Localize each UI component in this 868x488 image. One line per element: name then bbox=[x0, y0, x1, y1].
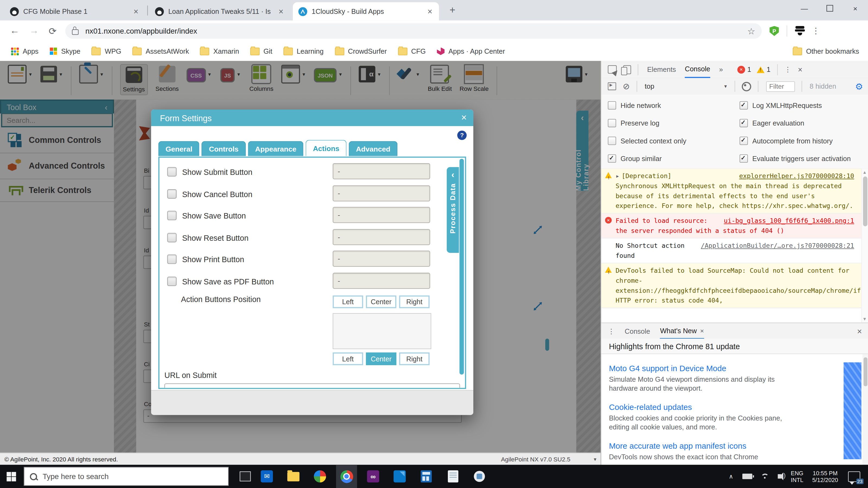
hide-network-checkbox[interactable]: Hide network bbox=[608, 101, 661, 109]
drawer-tab-whats-new[interactable]: What's New× bbox=[660, 323, 704, 339]
bookmark-app-center[interactable]: Apps · App Center bbox=[437, 47, 505, 55]
volume-icon[interactable] bbox=[777, 474, 781, 479]
devtools-tab-elements[interactable]: Elements bbox=[647, 61, 676, 78]
scrollbar-thumb[interactable] bbox=[863, 176, 867, 226]
tab-close-icon[interactable]: × bbox=[426, 7, 433, 16]
drawer-close-icon[interactable]: × bbox=[857, 326, 862, 336]
bookmark-folder-crowdsurfer[interactable]: CrowdSurfer bbox=[335, 47, 387, 55]
clock[interactable]: 10:55 PM5/12/2020 bbox=[812, 470, 838, 483]
vpn-extension-icon[interactable]: P bbox=[770, 26, 779, 36]
show-submit-checkbox[interactable] bbox=[167, 167, 177, 176]
cancel-label-input[interactable]: - bbox=[333, 186, 430, 201]
adblock-extension-icon[interactable] bbox=[795, 26, 805, 36]
bookmark-folder-wpg[interactable]: WPG bbox=[91, 47, 121, 55]
reload-icon[interactable]: ⟳ bbox=[49, 25, 57, 37]
tab-appearance[interactable]: Appearance bbox=[248, 141, 304, 156]
battery-icon[interactable] bbox=[742, 474, 752, 479]
reset-label-input[interactable]: - bbox=[333, 229, 430, 245]
group-similar-checkbox[interactable]: Group similar bbox=[608, 154, 662, 163]
show-print-checkbox[interactable] bbox=[167, 255, 177, 264]
bookmark-folder-xamarin[interactable]: Xamarin bbox=[200, 47, 239, 55]
status-scroll-icon[interactable]: ▼ bbox=[593, 457, 597, 462]
bookmark-apps[interactable]: Apps bbox=[11, 47, 38, 55]
browser-tab-1[interactable]: CFG Mobile Phase 1 × bbox=[4, 2, 145, 20]
show-save-checkbox[interactable] bbox=[167, 211, 177, 220]
console-warning-message[interactable]: explorerHelper.js?070000028:10 ▸[Depreca… bbox=[601, 169, 868, 214]
taskbar-photos-icon[interactable] bbox=[310, 465, 331, 488]
console-info-message[interactable]: /ApplicationBuilder/…ore.js?070000028:21… bbox=[601, 238, 868, 263]
other-bookmarks[interactable]: Other bookmarks bbox=[793, 47, 859, 55]
window-close-button[interactable]: × bbox=[842, 0, 868, 17]
notification-center-icon[interactable]: 23 bbox=[848, 471, 860, 482]
tab-advanced[interactable]: Advanced bbox=[349, 141, 398, 156]
user-activation-checkbox[interactable]: Evaluate triggers user activation bbox=[740, 154, 851, 163]
show-save-pdf-checkbox[interactable] bbox=[167, 276, 177, 286]
devtools-menu-icon[interactable]: ⋮ bbox=[784, 65, 792, 74]
scrollbar-thumb[interactable] bbox=[864, 357, 867, 386]
taskbar-mail-icon[interactable]: ✉ bbox=[256, 465, 278, 488]
bookmark-folder-learning[interactable]: Learning bbox=[283, 47, 323, 55]
console-filter-input[interactable]: Filter bbox=[766, 81, 795, 92]
console-error-message[interactable]: × ui-bg_glass_100_f6f6f6_1x400.png:1 Fai… bbox=[601, 214, 868, 238]
expand-icon[interactable]: ▸ bbox=[616, 172, 619, 180]
taskbar-search-input[interactable]: Type here to search bbox=[24, 467, 229, 486]
position-center-button-top[interactable]: Center bbox=[366, 295, 396, 308]
print-label-input[interactable]: - bbox=[333, 251, 430, 266]
help-icon[interactable]: ? bbox=[457, 131, 467, 140]
taskbar-vscode-icon[interactable] bbox=[389, 465, 410, 488]
show-cancel-checkbox[interactable] bbox=[167, 189, 177, 199]
whats-new-link-manifest[interactable]: More accurate web app manifest icons bbox=[609, 442, 746, 451]
url-on-submit-input[interactable] bbox=[164, 383, 460, 389]
dialog-close-icon[interactable]: × bbox=[461, 112, 467, 123]
device-toolbar-icon[interactable] bbox=[623, 65, 631, 74]
browser-tab-active[interactable]: 1CloudSky - Build Apps × bbox=[293, 2, 439, 20]
new-tab-button[interactable]: + bbox=[450, 4, 455, 16]
inspect-element-icon[interactable] bbox=[608, 65, 617, 74]
process-data-tab[interactable]: ‹ Process Data bbox=[447, 167, 459, 253]
tab-controls[interactable]: Controls bbox=[202, 141, 246, 156]
window-maximize-button[interactable] bbox=[817, 0, 842, 17]
message-source-link[interactable]: ui-bg_glass_100_f6f6f6_1x400.png:1 bbox=[724, 216, 854, 226]
clear-console-icon[interactable]: ⊘ bbox=[623, 82, 630, 91]
whats-new-scrollbar[interactable] bbox=[863, 354, 868, 465]
dialog-scrollbar-thumb[interactable] bbox=[460, 159, 464, 375]
position-center-button-bottom[interactable]: Center bbox=[366, 352, 396, 365]
save-pdf-label-input[interactable]: - bbox=[333, 273, 430, 289]
context-selector[interactable]: top▼ bbox=[645, 83, 728, 90]
bookmark-skype[interactable]: Skype bbox=[50, 47, 81, 55]
whats-new-link-cookies[interactable]: Cookie-related updates bbox=[609, 403, 692, 412]
preserve-log-checkbox[interactable]: Preserve log bbox=[608, 119, 659, 127]
devtools-tab-console[interactable]: Console bbox=[685, 61, 710, 78]
browser-menu-icon[interactable]: ⋮ bbox=[812, 26, 820, 36]
live-expression-eye-icon[interactable] bbox=[742, 82, 751, 91]
browser-tab-2[interactable]: Loan Application Tweaks 5/11 · Is × bbox=[150, 2, 290, 20]
drawer-tab-console[interactable]: Console bbox=[625, 323, 650, 339]
language-indicator[interactable]: ENGINTL bbox=[791, 470, 803, 483]
taskbar-notepad-icon[interactable] bbox=[442, 465, 464, 488]
autocomplete-history-checkbox[interactable]: Autocomplete from history bbox=[740, 137, 833, 145]
submit-label-input[interactable]: - bbox=[333, 163, 430, 179]
warning-badge-icon[interactable] bbox=[757, 66, 765, 73]
eager-evaluation-checkbox[interactable]: Eager evaluation bbox=[740, 119, 804, 127]
bookmark-folder-assetsatwork[interactable]: AssetsAtWork bbox=[132, 47, 189, 55]
tab-actions[interactable]: Actions bbox=[306, 140, 346, 156]
log-xhr-checkbox[interactable]: Log XMLHttpRequests bbox=[740, 101, 822, 109]
selected-context-checkbox[interactable]: Selected context only bbox=[608, 137, 686, 145]
position-left-button-bottom[interactable]: Left bbox=[333, 352, 363, 365]
error-badge-icon[interactable]: × bbox=[737, 66, 745, 73]
bookmark-folder-git[interactable]: Git bbox=[250, 47, 272, 55]
tab-close-icon[interactable]: × bbox=[278, 7, 284, 16]
bookmark-folder-cfg[interactable]: CFG bbox=[398, 47, 426, 55]
devtools-close-icon[interactable]: × bbox=[798, 65, 803, 74]
wifi-icon[interactable] bbox=[761, 474, 769, 479]
tab-close-icon[interactable]: × bbox=[700, 327, 704, 334]
save-label-input[interactable]: - bbox=[333, 207, 430, 223]
tab-general[interactable]: General bbox=[158, 141, 199, 156]
position-right-button-bottom[interactable]: Right bbox=[399, 352, 429, 365]
console-warning-message[interactable]: DevTools failed to load SourceMap: Could… bbox=[601, 263, 868, 308]
dialog-header[interactable]: Form Settings × bbox=[151, 109, 473, 126]
show-reset-checkbox[interactable] bbox=[167, 233, 177, 242]
message-source-link[interactable]: explorerHelper.js?070000028:10 bbox=[739, 171, 854, 181]
whats-new-link-moto[interactable]: Moto G4 support in Device Mode bbox=[609, 364, 726, 373]
window-minimize-button[interactable]: — bbox=[792, 0, 817, 17]
